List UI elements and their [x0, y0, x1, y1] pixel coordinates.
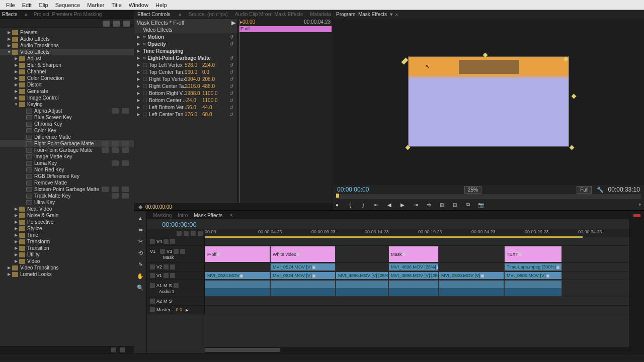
tree-item[interactable]: Alpha Adjust — [0, 108, 134, 114]
transport-button[interactable]: 📷 — [477, 201, 485, 208]
tree-item[interactable]: Difference Matte — [0, 134, 134, 140]
twisty-icon[interactable]: ▶ — [14, 89, 18, 94]
ec-property[interactable]: ▶⬚ Left Center Tan...176.060.0↺ — [134, 111, 237, 118]
audio-clip[interactable] — [504, 280, 562, 297]
timeline-clip[interactable]: MVI_0524.MOV [V] ▣ — [270, 263, 336, 271]
property-value[interactable]: 44.0 — [202, 105, 212, 110]
tree-item[interactable]: Image Matte Key — [0, 153, 134, 160]
snap-icon[interactable] — [177, 231, 182, 236]
yuv-icon[interactable] — [123, 21, 130, 27]
32bit-icon[interactable] — [113, 21, 120, 27]
tree-item[interactable]: Color Key — [0, 127, 134, 134]
twisty-icon[interactable]: ▶ — [14, 96, 18, 100]
tool-button[interactable]: ✂ — [136, 237, 144, 245]
tree-item[interactable]: ▶Video — [0, 258, 134, 264]
tree-item[interactable]: ▶Video Transitions — [0, 264, 134, 271]
property-value[interactable]: 1904.0 — [185, 76, 200, 82]
transport-button[interactable]: ⇉ — [425, 201, 433, 208]
twisty-icon[interactable]: ▶ — [7, 273, 11, 277]
folder-icon[interactable] — [111, 347, 116, 352]
twisty-icon[interactable]: ▶ — [136, 49, 140, 53]
twisty-icon[interactable]: ▶ — [136, 42, 140, 46]
transport-button[interactable]: ⊟ — [451, 201, 459, 208]
ec-clip-bar[interactable]: F-off — [239, 26, 332, 32]
timeline-ruler[interactable]: 00:0000:00:04:2300:00:09:2300:00:14:2300… — [205, 229, 629, 237]
transport-button[interactable]: ◀ — [385, 201, 393, 208]
twisty-icon[interactable]: ▶ — [7, 37, 11, 41]
zoom-select[interactable]: 25% — [464, 186, 481, 194]
mute-icon[interactable] — [180, 249, 185, 254]
menu-window[interactable]: Window — [126, 1, 151, 9]
mute-icon[interactable] — [174, 283, 179, 288]
audio-clip[interactable] — [439, 280, 504, 297]
tree-item[interactable]: RGB Difference Key — [0, 173, 134, 179]
tree-item[interactable]: ▼Keying — [0, 101, 134, 108]
timeline-clip[interactable]: MVI_0500.MOV [V] ▣ — [504, 272, 562, 280]
tool-button[interactable]: ✎ — [136, 260, 144, 268]
tree-item[interactable]: Luma Key — [0, 160, 134, 166]
eye-icon[interactable] — [174, 249, 179, 254]
track-header-v4[interactable]: V4 — [147, 237, 205, 245]
tree-item[interactable]: ▶Image Control — [0, 95, 134, 101]
mute-icon[interactable] — [170, 239, 175, 244]
track-header-master[interactable]: Master0.0▸ — [147, 306, 205, 314]
track-header-a1[interactable]: A1MS Audio 1 — [147, 280, 205, 297]
reset-icon[interactable]: ↺ — [229, 41, 234, 46]
tab-effects[interactable]: Effects — [2, 12, 17, 17]
twisty-icon[interactable]: ▶ — [14, 246, 18, 250]
reset-icon[interactable]: ↺ — [229, 83, 234, 88]
tab-metadata[interactable]: Metadata — [310, 12, 331, 17]
audio-clip[interactable] — [205, 280, 270, 297]
ec-property[interactable]: Video Effects — [134, 26, 237, 33]
tree-item[interactable]: ▶Noise & Grain — [0, 212, 134, 219]
ec-property[interactable]: ▶⬚ Bottom Center ...-24.01100.0↺ — [134, 97, 237, 104]
track-v2-clips[interactable]: MVI_0524.MOV [V] ▣MVI_4896.MOV [25%] ▣Ti… — [205, 263, 629, 271]
property-value[interactable]: 1988.0 — [185, 90, 200, 96]
tree-item[interactable]: Sixteen-Point Garbage Matte — [0, 186, 134, 193]
twisty-icon[interactable]: ▶ — [14, 57, 18, 61]
ec-property[interactable]: ▶⬚ Left Bottom Ver...-56.044.0↺ — [134, 104, 237, 111]
property-value[interactable]: 488.0 — [202, 83, 215, 89]
track-header-v1[interactable]: V1 — [147, 272, 205, 280]
tree-item[interactable]: Non Red Key — [0, 166, 134, 173]
tree-item[interactable]: ▶Perspective — [0, 219, 134, 225]
timeline-clip[interactable]: MVI_4896.MOV [V] [25%] ▣ — [336, 272, 388, 280]
tree-item[interactable]: ▶Lumetri Looks — [0, 271, 134, 278]
menu-edit[interactable]: Edit — [19, 1, 35, 9]
lock-icon[interactable] — [150, 283, 155, 288]
tab-program[interactable]: Program: Mask Effects — [336, 12, 387, 17]
close-icon[interactable]: × — [24, 12, 27, 18]
ec-property[interactable]: ▶⬚ Bottom Right V...1988.01100.0↺ — [134, 89, 237, 97]
transport-button[interactable]: ⊞ — [438, 201, 446, 208]
twisty-icon[interactable]: ▼ — [7, 50, 11, 54]
scrollbar-thumb[interactable] — [205, 348, 280, 352]
tab-effect-controls[interactable]: Effect Controls — [137, 12, 170, 17]
tree-item[interactable]: ▶Audio Transitions — [0, 42, 134, 49]
trash-icon[interactable] — [120, 347, 125, 352]
property-value[interactable]: 1100.0 — [202, 98, 218, 103]
twisty-icon[interactable]: ▶ — [14, 240, 18, 244]
program-ruler[interactable] — [336, 194, 641, 199]
reset-icon[interactable]: ↺ — [229, 34, 234, 39]
effects-tree[interactable]: ▶Presets▶Audio Effects▶Audio Transitions… — [0, 28, 134, 346]
ec-property[interactable]: ▶⬚ Right Top Vertex1904.0208.0↺ — [134, 75, 237, 82]
tree-item[interactable]: ▶Adjust — [0, 55, 134, 62]
close-icon[interactable]: × — [395, 12, 398, 18]
menu-sequence[interactable]: Sequence — [52, 1, 84, 9]
twisty-icon[interactable]: ▶ — [14, 70, 18, 74]
timeline-clip[interactable]: MVI_0500.MOV [V] ▣ — [439, 272, 504, 280]
lock-icon[interactable] — [150, 299, 155, 304]
timeline-current-time[interactable]: 00:00:00:00 — [162, 221, 197, 228]
tree-item[interactable]: Track Matte Key — [0, 193, 134, 199]
menu-file[interactable]: File — [3, 1, 18, 9]
twisty-icon[interactable]: ▶ — [136, 63, 140, 67]
twisty-icon[interactable]: ▶ — [136, 70, 140, 74]
timeline-clip[interactable]: MVI_4896.MOV [V] [25%] ▣ — [388, 272, 439, 280]
reset-icon[interactable]: ↺ — [229, 62, 234, 67]
twisty-icon[interactable]: ▶ — [7, 44, 11, 48]
garbage-matte-handle[interactable] — [572, 94, 577, 99]
tab-project[interactable]: Project: Premiere Pro Masking — [34, 12, 102, 17]
menu-marker[interactable]: Marker — [84, 1, 107, 9]
menu-title[interactable]: Title — [108, 1, 124, 9]
twisty-icon[interactable]: ▶ — [136, 112, 140, 116]
